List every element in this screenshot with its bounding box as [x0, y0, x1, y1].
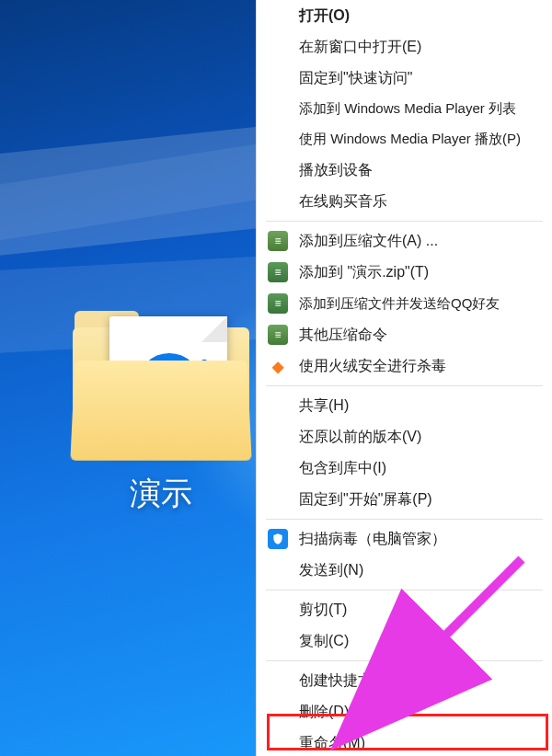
menu-add-to-named-zip[interactable]: ≡添加到 "演示.zip"(T)	[257, 257, 552, 288]
menu-include-in-library[interactable]: 包含到库中(I)	[257, 452, 552, 484]
archive-icon: ≡	[268, 293, 288, 314]
menu-separator	[266, 221, 543, 222]
menu-other-archive[interactable]: ≡其他压缩命令	[257, 319, 552, 350]
menu-separator	[266, 385, 543, 386]
archive-icon: ≡	[268, 262, 288, 282]
menu-buy-music-online[interactable]: 在线购买音乐	[257, 186, 552, 217]
menu-separator	[266, 660, 543, 661]
menu-archive-send-qq[interactable]: ≡添加到压缩文件并发送给QQ好友	[257, 288, 552, 319]
menu-cast-to-device[interactable]: 播放到设备	[257, 155, 552, 186]
menu-delete[interactable]: 删除(D)	[257, 696, 552, 727]
menu-pin-to-start[interactable]: 固定到"开始"屏幕(P)	[257, 484, 552, 515]
shield-icon	[268, 529, 288, 549]
menu-send-to[interactable]: 发送到(N)	[257, 555, 552, 586]
menu-huorong-scan[interactable]: ◆使用火绒安全进行杀毒	[257, 350, 552, 382]
folder-icon	[69, 304, 253, 460]
menu-scan-virus-qqmgr[interactable]: 扫描病毒（电脑管家）	[257, 523, 552, 555]
flame-icon: ◆	[268, 356, 288, 376]
menu-add-to-archive[interactable]: ≡添加到压缩文件(A) ...	[257, 225, 552, 257]
menu-cut[interactable]: 剪切(T)	[257, 594, 552, 625]
archive-icon: ≡	[268, 231, 288, 251]
menu-create-shortcut[interactable]: 创建快捷方式(S)	[257, 665, 552, 696]
menu-wmp-add-list[interactable]: 添加到 Windows Media Player 列表	[257, 94, 552, 124]
menu-rename[interactable]: 重命名(M)	[257, 727, 552, 756]
menu-separator	[266, 519, 543, 520]
menu-wmp-play[interactable]: 使用 Windows Media Player 播放(P)	[257, 124, 552, 155]
folder-item[interactable]: 演示	[64, 304, 258, 515]
menu-open[interactable]: 打开(O)	[257, 0, 552, 31]
menu-open-new-window[interactable]: 在新窗口中打开(E)	[257, 31, 552, 63]
context-menu: 打开(O) 在新窗口中打开(E) 固定到"快速访问" 添加到 Windows M…	[256, 0, 552, 756]
menu-restore-previous[interactable]: 还原以前的版本(V)	[257, 421, 552, 452]
archive-icon: ≡	[268, 325, 288, 345]
menu-separator	[266, 590, 543, 590]
menu-pin-quick-access[interactable]: 固定到"快速访问"	[257, 63, 552, 94]
menu-share[interactable]: 共享(H)	[257, 390, 552, 421]
folder-label: 演示	[64, 473, 258, 515]
menu-copy[interactable]: 复制(C)	[257, 625, 552, 657]
